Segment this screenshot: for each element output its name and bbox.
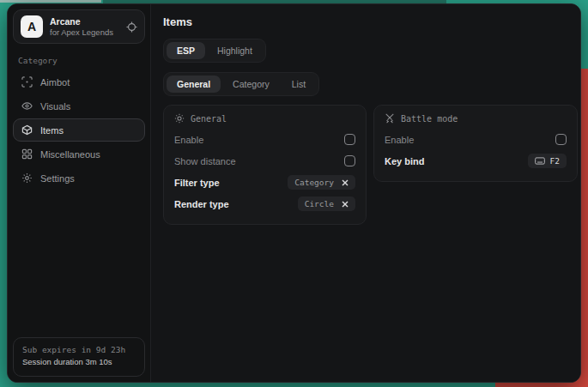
sub-expires-text: Sub expires in 9d 23h <box>22 344 136 357</box>
keybind-button[interactable]: F2 <box>528 154 567 168</box>
sun-icon <box>174 113 185 124</box>
keyboard-icon <box>535 157 545 165</box>
sidebar-item-label: Settings <box>40 173 75 184</box>
crosshair-icon <box>21 76 33 88</box>
swords-icon <box>385 113 395 124</box>
panel-title: Battle mode <box>401 114 458 124</box>
sidebar-item-label: Miscellaneous <box>40 149 100 160</box>
setting-label: Show distance <box>174 156 236 166</box>
chip-value: Category <box>294 178 334 187</box>
battle-mode-panel: Battle mode Enable Key bind <box>373 105 578 182</box>
sidebar-item-label: Items <box>40 125 64 136</box>
sidebar-item-aimbot[interactable]: Aimbot <box>13 70 145 94</box>
sidebar-item-label: Aimbot <box>40 77 70 88</box>
brand-logo: A <box>21 15 43 38</box>
page-title: Items <box>163 15 578 28</box>
subscription-box: Sub expires in 9d 23h Session duration 3… <box>13 337 145 377</box>
sidebar-item-miscellaneous[interactable]: Miscellaneous <box>13 142 145 166</box>
render-type-chip[interactable]: Circle <box>298 197 355 211</box>
tab-category[interactable]: Category <box>222 76 280 93</box>
tab-highlight[interactable]: Highlight <box>207 42 263 59</box>
battle-enable-checkbox[interactable] <box>555 134 567 145</box>
brand-card: A Arcane for Apex Legends <box>13 9 145 44</box>
close-icon[interactable] <box>342 201 349 208</box>
general-panel: General Enable Show distance Filter type… <box>163 105 367 225</box>
filter-type-chip[interactable]: Category <box>288 175 355 190</box>
settings-cards: General Enable Show distance Filter type… <box>163 105 578 225</box>
brand-name: Arcane <box>50 16 119 27</box>
session-duration-text: Session duration 3m 10s <box>22 356 136 369</box>
setting-row: Filter type Category <box>174 172 355 193</box>
mode-tabs: ESP Highlight <box>163 39 266 63</box>
enable-checkbox[interactable] <box>344 134 355 145</box>
setting-row: Enable <box>385 129 567 150</box>
app-window: A Arcane for Apex Legends Category <box>7 3 581 383</box>
show-distance-checkbox[interactable] <box>344 155 355 166</box>
tab-list[interactable]: List <box>282 76 316 93</box>
keybind-value: F2 <box>550 156 560 166</box>
chip-value: Circle <box>305 199 334 209</box>
setting-row: Render type Circle <box>174 193 355 215</box>
setting-label: Key bind <box>385 156 424 166</box>
tab-esp[interactable]: ESP <box>167 42 205 59</box>
gear-icon <box>21 172 33 184</box>
panel-title: General <box>191 114 227 124</box>
sidebar: A Arcane for Apex Legends Category <box>8 4 151 382</box>
setting-label: Enable <box>174 135 203 145</box>
view-tabs: General Category List <box>163 72 319 96</box>
setting-label: Render type <box>174 199 229 209</box>
eye-icon <box>21 100 33 112</box>
desktop-highlight <box>0 0 101 3</box>
sidebar-nav: Aimbot Visuals Items <box>13 70 145 190</box>
sidebar-item-items[interactable]: Items <box>13 118 145 142</box>
main-content: Items ESP Highlight General Category Lis… <box>151 4 581 382</box>
close-icon[interactable] <box>342 179 349 186</box>
sidebar-item-label: Visuals <box>40 101 70 112</box>
category-label: Category <box>13 52 145 70</box>
setting-row: Show distance <box>174 150 355 172</box>
sidebar-item-visuals[interactable]: Visuals <box>13 94 145 118</box>
grid-icon <box>21 148 33 160</box>
setting-label: Enable <box>385 135 414 145</box>
target-icon[interactable] <box>126 21 137 33</box>
sidebar-item-settings[interactable]: Settings <box>13 166 145 190</box>
setting-row: Enable <box>174 129 355 150</box>
setting-label: Filter type <box>174 178 220 188</box>
setting-row: Key bind F2 <box>385 150 567 172</box>
package-icon <box>21 124 33 136</box>
brand-subtitle: for Apex Legends <box>50 27 119 38</box>
tab-general[interactable]: General <box>167 76 221 93</box>
